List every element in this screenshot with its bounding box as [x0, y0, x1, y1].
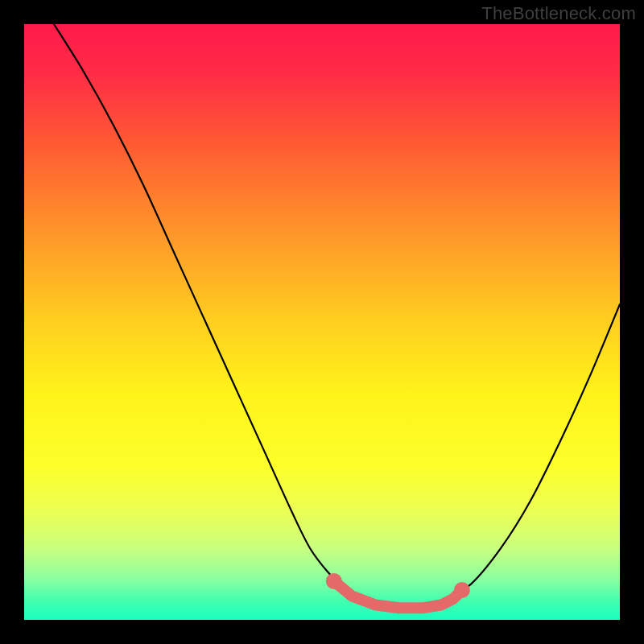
plot-area [24, 24, 620, 620]
watermark-text: TheBottleneck.com [481, 3, 636, 24]
plot-svg [24, 24, 620, 620]
optimal-dot [326, 573, 342, 589]
chart-frame: TheBottleneck.com [0, 0, 644, 644]
plot-background [24, 24, 620, 620]
optimal-dot [454, 582, 470, 598]
